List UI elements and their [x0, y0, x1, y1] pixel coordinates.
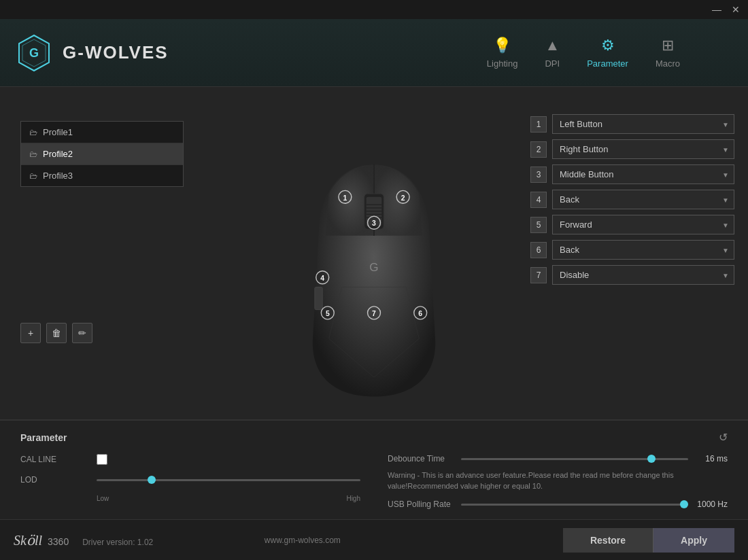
mouse-image: G 1 2 3 4 5 [299, 158, 449, 403]
lod-range-labels: Low High [20, 495, 360, 502]
button-number-3: 3 [530, 167, 547, 183]
tab-lighting[interactable]: 💡 Lighting [487, 37, 518, 69]
close-button[interactable]: ✕ [729, 3, 743, 16]
button-select-wrapper-4[interactable]: Back Left Button Right Button Middle But… [552, 190, 734, 209]
button-select-wrapper-6[interactable]: Back Left Button Right Button Middle But… [552, 240, 734, 260]
button-number-7: 7 [530, 267, 547, 283]
debounce-label: Debounce Time [388, 454, 456, 463]
svg-text:3: 3 [372, 220, 376, 227]
button-select-6[interactable]: Back Left Button Right Button Middle But… [552, 240, 734, 260]
profile-label-1: Profile1 [43, 127, 73, 137]
footer: Skӧll 3360 Driver version: 1.02 www.gm-w… [0, 519, 748, 560]
lighting-label: Lighting [487, 58, 518, 69]
main-content: 🗁 Profile1 🗁 Profile2 🗁 Profile3 + 🗑 ✏ [0, 87, 748, 560]
parameter-grid: CAL LINE LOD Low High [20, 454, 728, 509]
profile-item-1[interactable]: 🗁 Profile1 [21, 122, 183, 143]
profile-label-3: Profile3 [43, 171, 73, 181]
logo-area: G G-WOLVES [14, 33, 169, 73]
debounce-slider[interactable] [461, 458, 688, 460]
lod-control: LOD [20, 475, 360, 485]
tab-dpi[interactable]: ▲ DPI [545, 37, 560, 69]
restore-button[interactable]: Restore [563, 528, 653, 553]
svg-text:5: 5 [326, 310, 330, 317]
button-select-3[interactable]: Middle Button Left Button Right Button B… [552, 164, 734, 184]
profile-item-3[interactable]: 🗁 Profile3 [21, 165, 183, 186]
lod-low-label: Low [97, 495, 109, 502]
usb-value: 1000 Hz [694, 500, 728, 509]
button-panel: 1 Left Button Right Button Middle Button… [530, 114, 734, 290]
mouse-container: G 1 2 3 4 5 [299, 158, 449, 403]
reset-button[interactable]: ↺ [719, 431, 728, 444]
usb-slider[interactable] [461, 504, 688, 506]
profile-list: 🗁 Profile1 🗁 Profile2 🗁 Profile3 [20, 121, 184, 187]
footer-logo: Skӧll 3360 Driver version: 1.02 [14, 532, 153, 548]
edit-profile-button[interactable]: ✏ [72, 323, 92, 343]
svg-text:G: G [29, 46, 39, 60]
profile-actions: + 🗑 ✏ [20, 323, 184, 343]
dpi-label: DPI [545, 58, 560, 69]
parameter-title: Parameter [20, 432, 67, 443]
button-number-4: 4 [530, 192, 547, 208]
tab-macro[interactable]: ⊞ Macro [656, 37, 680, 69]
delete-profile-button[interactable]: 🗑 [46, 323, 67, 343]
usb-row: USB Polling Rate 1000 Hz [388, 500, 728, 509]
left-params: CAL LINE LOD Low High [20, 454, 360, 509]
footer-buttons: Restore Apply [563, 528, 734, 553]
add-profile-button[interactable]: + [20, 323, 41, 343]
svg-text:7: 7 [372, 310, 376, 317]
tab-parameter[interactable]: ⚙ Parameter [587, 37, 628, 69]
button-select-5[interactable]: Forward Left Button Right Button Middle … [552, 215, 734, 234]
parameter-label: Parameter [587, 58, 628, 69]
parameter-section: Parameter ↺ CAL LINE LOD Low High [0, 419, 748, 519]
lod-slider[interactable] [97, 479, 360, 481]
button-row-2: 2 Right Button Left Button Middle Button… [530, 139, 734, 159]
button-number-2: 2 [530, 141, 547, 158]
profile-panel: 🗁 Profile1 🗁 Profile2 🗁 Profile3 + 🗑 ✏ [20, 121, 184, 343]
footer-website: www.gm-wolves.com [265, 536, 341, 545]
svg-text:6: 6 [418, 310, 422, 317]
svg-text:G: G [369, 261, 378, 274]
debounce-value: 16 ms [694, 454, 728, 463]
button-row-1: 1 Left Button Right Button Middle Button… [530, 114, 734, 134]
logo-text: G-WOLVES [63, 42, 169, 63]
footer-driver-version: Driver version: 1.02 [82, 538, 153, 547]
debounce-control: Debounce Time 16 ms [388, 454, 728, 463]
button-select-2[interactable]: Right Button Left Button Middle Button B… [552, 139, 734, 159]
button-select-wrapper-7[interactable]: Disable Left Button Right Button Middle … [552, 265, 734, 285]
dpi-icon: ▲ [545, 37, 560, 54]
button-number-6: 6 [530, 242, 547, 258]
footer-model: 3360 [48, 536, 69, 547]
macro-icon: ⊞ [662, 37, 674, 54]
cal-line-checkbox[interactable] [97, 454, 107, 465]
usb-label: USB Polling Rate [388, 500, 456, 509]
macro-label: Macro [656, 58, 680, 69]
warning-text: Warning - This is an advance user featur… [388, 470, 728, 491]
button-select-wrapper-5[interactable]: Forward Left Button Right Button Middle … [552, 215, 734, 234]
svg-text:1: 1 [343, 194, 347, 202]
button-number-1: 1 [530, 116, 547, 133]
lighting-icon: 💡 [493, 37, 511, 54]
button-select-1[interactable]: Left Button Right Button Middle Button B… [552, 114, 734, 134]
mouse-area: G 1 2 3 4 5 [238, 94, 510, 468]
button-row-6: 6 Back Left Button Right Button Middle B… [530, 240, 734, 260]
svg-text:2: 2 [401, 194, 405, 202]
profile-item-2[interactable]: 🗁 Profile2 [21, 143, 183, 165]
button-select-wrapper-1[interactable]: Left Button Right Button Middle Button B… [552, 114, 734, 134]
cal-line-row: CAL LINE [20, 454, 360, 465]
right-params: Debounce Time 16 ms Warning - This is an… [388, 454, 728, 509]
button-select-4[interactable]: Back Left Button Right Button Middle But… [552, 190, 734, 209]
profile-icon-1: 🗁 [29, 128, 37, 137]
footer-logo-text: Skӧll [14, 532, 42, 548]
profile-icon-2: 🗁 [29, 150, 37, 159]
button-select-wrapper-2[interactable]: Right Button Left Button Middle Button B… [552, 139, 734, 159]
minimize-button[interactable]: — [710, 3, 724, 16]
button-select-7[interactable]: Disable Left Button Right Button Middle … [552, 265, 734, 285]
title-bar: — ✕ [0, 0, 748, 19]
button-number-5: 5 [530, 217, 547, 233]
nav-tabs: 💡 Lighting ▲ DPI ⚙ Parameter ⊞ Macro [487, 37, 680, 69]
button-row-4: 4 Back Left Button Right Button Middle B… [530, 190, 734, 209]
apply-button[interactable]: Apply [653, 528, 734, 553]
lod-high-label: High [346, 495, 360, 502]
header: G G-WOLVES 💡 Lighting ▲ DPI ⚙ Parameter … [0, 19, 748, 87]
button-select-wrapper-3[interactable]: Middle Button Left Button Right Button B… [552, 164, 734, 184]
